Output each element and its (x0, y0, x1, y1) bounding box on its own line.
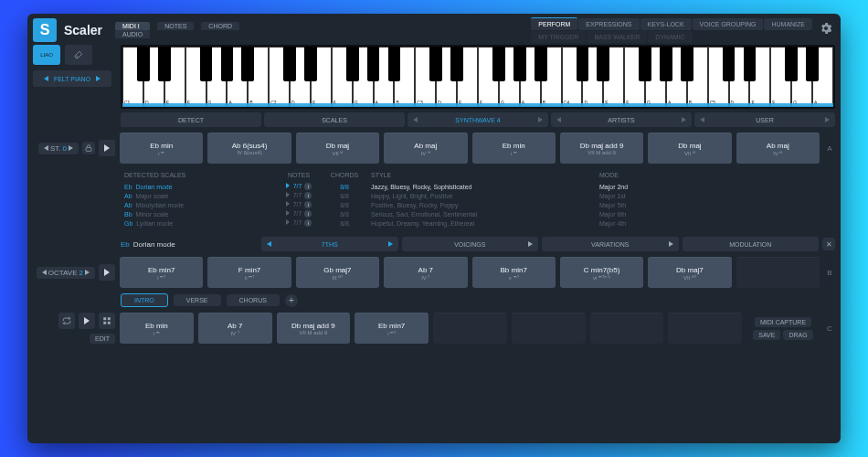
black-key[interactable] (346, 47, 359, 81)
info-icon[interactable]: i (304, 201, 312, 208)
st-stepper[interactable]: ST. 0 (38, 143, 79, 154)
chevron-right-icon[interactable] (825, 117, 831, 122)
info-icon[interactable]: i (304, 183, 312, 190)
keyslock-button[interactable]: KEYS-LOCK (640, 18, 692, 30)
add-section-icon[interactable]: + (285, 294, 298, 307)
empty-chord-pad[interactable] (512, 313, 586, 344)
liao-button[interactable]: LIAO (33, 45, 60, 65)
black-key[interactable] (283, 47, 296, 81)
black-key[interactable] (158, 47, 171, 81)
variations-button[interactable]: VARIATIONS (542, 237, 679, 251)
black-key[interactable] (806, 47, 819, 81)
chevron-left-icon[interactable] (43, 145, 48, 151)
save-button[interactable]: SAVE (753, 330, 780, 340)
chevron-right-icon[interactable] (96, 76, 101, 81)
chord-pad[interactable]: Db maj add 9VII M add 9 (277, 313, 351, 344)
chord-pad[interactable]: Eb min7i ᵐ⁷ (120, 257, 203, 288)
chevron-right-icon[interactable] (85, 270, 90, 275)
octave-stepper[interactable]: OCTAVE 2 (37, 267, 95, 279)
loop-icon[interactable] (58, 313, 75, 329)
info-icon[interactable]: i (304, 219, 312, 227)
chevron-left-icon[interactable] (699, 117, 704, 122)
chord-pad[interactable]: Eb mini ᵐ (120, 313, 194, 344)
midi-tab[interactable]: MIDI I (115, 22, 150, 30)
chevron-right-icon[interactable] (388, 241, 394, 247)
chord-pad[interactable]: C min7(b5)vi ᵐ⁷⁽ᵇ⁵⁾ (560, 257, 643, 288)
chord-pad[interactable]: Bb min7v ᵐ⁷ (472, 257, 556, 288)
verse-section[interactable]: VERSE (174, 294, 221, 306)
sevenths-button[interactable]: 7THS (261, 237, 398, 251)
black-key[interactable] (681, 47, 693, 81)
chevron-right-icon[interactable] (669, 241, 674, 247)
chevron-left-icon[interactable] (412, 117, 418, 122)
chevron-right-icon[interactable] (538, 117, 544, 122)
chevron-right-icon[interactable] (528, 241, 534, 247)
expressions-button[interactable]: EXPRESSIONS (578, 18, 639, 30)
black-key[interactable] (785, 47, 798, 81)
scale-row[interactable]: AbMajor scale7/7i8/8Happy, Light, Bright… (121, 191, 835, 200)
chevron-right-icon[interactable] (69, 145, 74, 151)
perform-button[interactable]: PERFORM (531, 17, 577, 30)
scale-row[interactable]: AbMixolydian mode7/7i8/8Positive, Bluesy… (121, 200, 835, 209)
scale-row[interactable]: EbDorian mode7/7i8/8Jazzy, Bluesy, Rocky… (121, 182, 835, 191)
piano-keyboard[interactable]: C1DEFGABC2DEFGABC3DEFGABC4DEFGABC5DEFGA (121, 45, 835, 109)
chorus-section[interactable]: CHORUS (227, 294, 280, 306)
play-button-b[interactable] (99, 264, 115, 281)
chord-tab[interactable]: CHORD (201, 22, 239, 30)
midi-capture-button[interactable]: MIDI CAPTURE (755, 317, 811, 327)
scale-row[interactable]: BbMinor scale7/7i8/8Serious, Sad, Emotio… (121, 209, 835, 218)
black-key[interactable] (597, 47, 609, 81)
empty-chord-pad[interactable] (433, 313, 507, 344)
black-key[interactable] (577, 47, 589, 81)
empty-chord-pad[interactable] (668, 313, 742, 344)
chord-pad[interactable]: Eb mini ᵐ (472, 133, 556, 164)
edit-button[interactable]: EDIT (90, 334, 115, 344)
black-key[interactable] (367, 47, 380, 81)
voicings-button[interactable]: VOICINGS (402, 237, 539, 251)
intro-section[interactable]: INTRO (121, 293, 168, 307)
chord-pad[interactable]: Eb min7i ᵐ⁷ (355, 313, 429, 344)
play-button-c[interactable] (79, 313, 95, 329)
black-key[interactable] (535, 47, 547, 81)
chord-pad[interactable]: Ab 7IV ⁷ (198, 313, 272, 344)
black-key[interactable] (513, 47, 526, 81)
black-key[interactable] (492, 47, 505, 81)
chevron-left-icon[interactable] (266, 241, 271, 247)
empty-chord-pad[interactable] (590, 313, 664, 344)
user-button[interactable]: USER (694, 112, 835, 127)
black-key[interactable] (388, 47, 401, 81)
play-button-a[interactable] (99, 140, 115, 156)
chord-pad[interactable]: Db majVII ᴹ (648, 133, 731, 164)
settings-icon[interactable] (819, 21, 833, 36)
empty-chord-pad[interactable] (736, 257, 820, 288)
voicegrouping-button[interactable]: VOICE GROUPING (693, 18, 764, 30)
humanize-button[interactable]: HUMANIZE (764, 18, 812, 30)
grid-icon[interactable] (99, 313, 115, 329)
chord-pad[interactable]: Gb maj7III ᴹ⁷ (296, 257, 379, 288)
chevron-left-icon[interactable] (41, 270, 47, 275)
play-icon[interactable] (286, 192, 290, 197)
black-key[interactable] (660, 47, 672, 81)
play-icon[interactable] (286, 183, 290, 188)
audio-tab[interactable]: AUDIO (115, 30, 150, 38)
perform-sub-a[interactable]: MY TRIGGER (531, 31, 586, 43)
songs-button[interactable]: SYNTHWAVE 4 (408, 112, 548, 127)
instrument-selector[interactable]: FELT PIANO (33, 70, 111, 87)
info-icon[interactable]: i (304, 192, 312, 199)
close-icon[interactable]: ✕ (822, 238, 835, 250)
perform-sub-c[interactable]: DYNAMIC (648, 31, 692, 43)
notes-tab[interactable]: NOTES (157, 22, 194, 30)
black-key[interactable] (639, 47, 651, 81)
black-key[interactable] (723, 47, 736, 81)
play-icon[interactable] (286, 201, 290, 207)
modulation-button[interactable]: MODULATION (683, 237, 820, 251)
chord-pad[interactable]: Ab majIV ᴹ (736, 133, 820, 164)
black-key[interactable] (137, 47, 150, 81)
black-key[interactable] (450, 47, 463, 81)
black-key[interactable] (221, 47, 234, 81)
chevron-left-icon[interactable] (43, 76, 48, 81)
drag-button[interactable]: DRAG (783, 330, 812, 340)
chord-pad[interactable]: Db maj add 9VII M add 9 (560, 133, 643, 164)
play-icon[interactable] (286, 210, 290, 216)
chord-pad[interactable]: Ab majIV ᴹ (384, 133, 467, 164)
